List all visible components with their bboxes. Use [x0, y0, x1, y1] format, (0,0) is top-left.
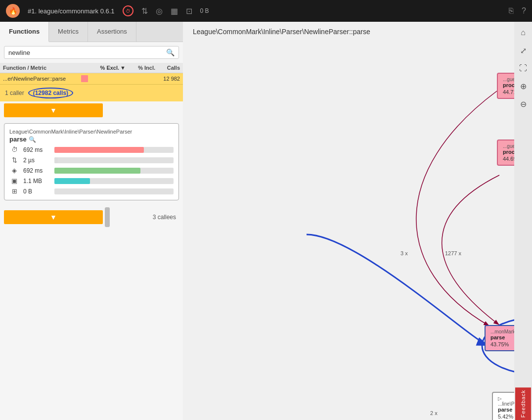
tab-metrics[interactable]: Metrics — [49, 22, 88, 42]
target-icon[interactable]: ◎ — [156, 6, 163, 16]
metric-row-io: ⊞ 0 B — [9, 187, 174, 195]
func-bar — [81, 75, 91, 82]
search-bar[interactable]: 🔍 — [4, 46, 179, 59]
expand-icon[interactable]: ⤢ — [516, 44, 530, 57]
chip-icon[interactable]: ⊡ — [186, 6, 192, 16]
metric-io-bar — [54, 188, 174, 194]
tab-assertions[interactable]: Assertions — [88, 22, 136, 42]
memory-value: 0 B — [200, 7, 209, 14]
graph-title: League\CommonMark\Inline\Parser\NewlineP… — [193, 28, 370, 36]
status-badge: ⏱ — [123, 5, 133, 16]
io-icon: ⊞ — [9, 187, 19, 195]
mem-icon: ▣ — [9, 177, 19, 185]
func-name-cell: ...er\NewlineParser::parse — [3, 76, 81, 82]
right-icons-panel: ⌂ ⤢ ⛶ ⊕ ⊖ Feedback — [514, 22, 532, 420]
app-logo[interactable]: 🔥 — [6, 4, 20, 18]
col-header-excl[interactable]: % Excl.▼ — [91, 65, 126, 71]
tabs-bar: Functions Metrics Assertions — [0, 22, 183, 42]
left-panel: Functions Metrics Assertions 🔍 Function … — [0, 22, 183, 420]
cpu-icon: ◈ — [9, 167, 19, 174]
tab-functions[interactable]: Functions — [0, 22, 49, 42]
caller-prefix: 1 caller — [5, 90, 24, 96]
func-detail-name-row: parse 🔍 — [9, 136, 174, 143]
func-detail-name: parse — [9, 136, 27, 143]
graph-panel: League\CommonMark\Inline\Parser\NewlineP… — [183, 22, 532, 420]
help-icon[interactable]: ? — [522, 6, 526, 15]
metric-mem-bar — [54, 178, 174, 184]
col-header-incl: % Incl. — [126, 65, 155, 71]
metric-time-bar — [54, 147, 174, 153]
topbar: 🔥 #1. league/commonmark 0.6.1 ⏱ ⇅ ◎ ▦ ⊡ … — [0, 0, 532, 22]
col-header-calls: Calls — [155, 65, 180, 71]
func-calls-val: 12 982 — [155, 76, 180, 82]
expand-callers-button[interactable]: ▼ — [4, 103, 103, 117]
expand-callees-button[interactable]: ▼ — [4, 210, 103, 224]
func-detail-search-icon[interactable]: 🔍 — [29, 136, 36, 143]
metric-row-cpu: ◈ 692 ms — [9, 167, 174, 174]
edge-label-2: 2 x — [430, 410, 438, 416]
share-icon[interactable]: ⎘ — [509, 6, 514, 15]
metric-mem-val: 1.1 MB — [23, 178, 50, 185]
clock-icon: ⏱ — [9, 146, 19, 153]
fullscreen-icon[interactable]: ⛶ — [516, 61, 530, 75]
callees-count: 3 callees — [110, 214, 179, 221]
func-detail-card: League\CommonMark\Inline\Parser\NewlineP… — [4, 123, 179, 200]
metric-row-self: ⇅ 2 µs — [9, 156, 174, 164]
search-input[interactable] — [8, 49, 166, 56]
zoom-in-icon[interactable]: ⊕ — [516, 79, 530, 93]
search-icon[interactable]: 🔍 — [166, 48, 175, 56]
col-header-function: Function / Metric — [3, 65, 91, 71]
scroll-handle[interactable] — [105, 207, 110, 227]
zoom-out-icon[interactable]: ⊖ — [516, 97, 530, 111]
caller-info: 1 caller (12982 calls) — [0, 85, 183, 101]
func-namespace: League\CommonMark\Inline\Parser\NewlineP… — [9, 129, 174, 135]
metric-cpu-val: 692 ms — [23, 167, 50, 174]
table-header: Function / Metric % Excl.▼ % Incl. Calls — [0, 63, 183, 73]
sort-icon[interactable]: ⇅ — [141, 6, 148, 16]
metric-self-val: 2 µs — [23, 157, 50, 164]
metric-cpu-bar — [54, 168, 174, 174]
self-time-icon: ⇅ — [9, 156, 19, 164]
home-icon[interactable]: ⌂ — [516, 26, 530, 40]
grid-icon[interactable]: ▦ — [171, 6, 178, 16]
metric-time-val: 692 ms — [23, 146, 50, 153]
project-title: #1. league/commonmark 0.6.1 — [28, 7, 115, 15]
metric-io-val: 0 B — [23, 188, 50, 195]
metric-row-time: ⏱ 692 ms — [9, 146, 174, 153]
table-row[interactable]: ...er\NewlineParser::parse 12 982 — [0, 73, 183, 85]
metric-self-bar — [54, 157, 174, 163]
graph-svg — [183, 22, 532, 420]
edge-label-1277: 1277 x — [445, 250, 461, 256]
metric-row-mem: ▣ 1.1 MB — [9, 177, 174, 185]
edge-label-3: 3 x — [400, 250, 408, 256]
feedback-tab[interactable]: Feedback — [515, 387, 531, 420]
calls-badge: (12982 calls) — [28, 88, 73, 98]
